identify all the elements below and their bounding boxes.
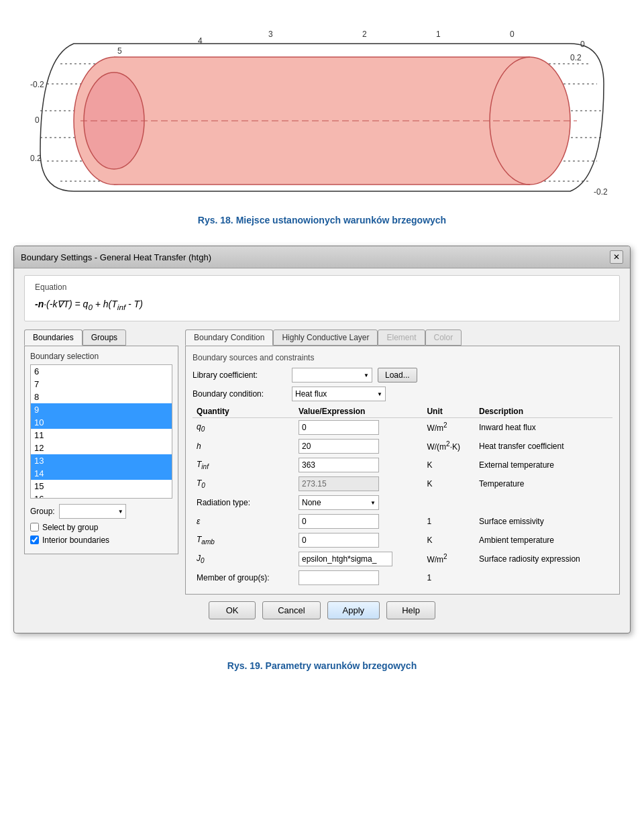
col-value: Value/Expression (294, 405, 423, 418)
group-row: Group: (30, 504, 172, 519)
dialog-close-button[interactable]: ✕ (610, 250, 623, 264)
param-desc-tinf: External temperature (475, 456, 612, 474)
dialog-footer: OK Cancel Apply Help (24, 595, 620, 623)
param-name-q0: q0 (193, 417, 294, 437)
interior-boundaries-row: Interior boundaries (30, 536, 172, 545)
param-desc-eps: Surface emissivity (475, 512, 612, 531)
param-value-q0 (294, 417, 423, 437)
param-name-tinf: Tinf (193, 456, 294, 474)
list-item[interactable]: 12 (31, 442, 172, 454)
select-by-group-label: Select by group (42, 523, 98, 532)
list-item[interactable]: 8 (31, 391, 172, 403)
library-coefficient-select[interactable] (292, 368, 372, 382)
param-value-tamb (294, 531, 423, 550)
list-item[interactable]: 6 (31, 365, 172, 378)
param-value-t0 (294, 474, 423, 493)
apply-button[interactable]: Apply (327, 601, 380, 619)
bottom-caption: Rys. 19. Parametry warunków brzegowych (227, 660, 417, 671)
svg-text:2: 2 (362, 30, 367, 39)
cancel-button[interactable]: Cancel (262, 601, 320, 619)
param-unit-eps: 1 (423, 512, 475, 531)
group-dropdown-wrapper (59, 504, 126, 519)
boundary-condition-select-wrapper: Heat flux (292, 387, 386, 401)
interior-boundaries-label: Interior boundaries (42, 536, 109, 545)
table-row: Radiation type: None (193, 493, 612, 512)
col-description: Description (475, 405, 612, 418)
member-groups-unit: 1 (423, 568, 475, 587)
library-coefficient-label: Library coefficient: (193, 370, 286, 380)
dialog-window: Boundary Settings - General Heat Transfe… (13, 246, 631, 633)
diagram-caption: Rys. 18. Miejsce ustanowionych warunków … (198, 215, 446, 225)
svg-text:5: 5 (117, 46, 122, 56)
param-input-tinf[interactable] (299, 458, 379, 472)
tab-boundary-condition[interactable]: Boundary Condition (185, 329, 273, 346)
param-input-tamb[interactable] (299, 533, 379, 548)
list-item[interactable]: 9 (31, 403, 172, 416)
param-desc-q0: Inward heat flux (475, 417, 612, 437)
boundary-condition-row: Boundary condition: Heat flux (193, 387, 612, 401)
param-desc-h: Heat transfer coefficient (475, 437, 612, 456)
library-coefficient-row: Library coefficient: Load... (193, 368, 612, 382)
param-input-t0 (299, 476, 379, 491)
table-row: Tinf K External temperature (193, 456, 612, 474)
tab-groups[interactable]: Groups (83, 329, 126, 346)
tab-highly-conductive[interactable]: Highly Conductive Layer (273, 329, 378, 346)
svg-text:-0.2: -0.2 (594, 187, 608, 197)
param-value-j0 (294, 550, 423, 568)
diagram-svg: 1 2 3 4 5 0 0.2 -0.2 -0.2 0 0.2 0 (20, 13, 624, 208)
param-value-eps (294, 512, 423, 531)
tab-boundaries[interactable]: Boundaries (24, 329, 83, 346)
equation-section: Equation -n·(-k∇T) = q0 + h(Tinf - T) (24, 275, 620, 321)
list-item[interactable]: 13 (31, 454, 172, 467)
right-tab-bar: Boundary Condition Highly Conductive Lay… (185, 329, 620, 346)
diagram-area: 1 2 3 4 5 0 0.2 -0.2 -0.2 0 0.2 0 (20, 13, 624, 208)
member-groups-input[interactable] (299, 570, 379, 585)
param-unit-q0: W/m2 (423, 417, 475, 437)
radiation-type-select[interactable]: None (299, 495, 379, 510)
col-unit: Unit (423, 405, 475, 418)
svg-text:0: 0 (35, 115, 40, 125)
boundary-condition-label: Boundary condition: (193, 389, 286, 399)
svg-text:4: 4 (198, 36, 203, 46)
param-input-eps[interactable] (299, 514, 379, 529)
svg-text:1: 1 (436, 30, 441, 39)
tab-element[interactable]: Element (378, 329, 425, 346)
param-desc-tamb: Ambient temperature (475, 531, 612, 550)
list-item[interactable]: 16 (31, 493, 172, 499)
table-row: q0 W/m2 Inward heat flux (193, 417, 612, 437)
svg-text:-0.2: -0.2 (30, 80, 44, 89)
boundary-selection-label: Boundary selection (30, 352, 172, 361)
library-coefficient-select-wrapper (292, 368, 372, 382)
equation-formula: -n·(-k∇T) = q0 + h(Tinf - T) (35, 296, 609, 314)
params-table: Quantity Value/Expression Unit Descripti… (193, 405, 612, 587)
ok-button[interactable]: OK (209, 601, 256, 619)
right-panel: Boundary Condition Highly Conductive Lay… (185, 329, 620, 595)
left-tab-bar: Boundaries Groups (24, 329, 178, 346)
list-item[interactable]: 7 (31, 378, 172, 391)
svg-text:0.2: 0.2 (570, 53, 582, 62)
list-item[interactable]: 15 (31, 480, 172, 493)
table-row: ε 1 Surface emissivity (193, 512, 612, 531)
tab-color[interactable]: Color (425, 329, 462, 346)
param-unit-j0: W/m2 (423, 550, 475, 568)
param-unit-tamb: K (423, 531, 475, 550)
load-button[interactable]: Load... (378, 368, 417, 382)
interior-boundaries-checkbox[interactable] (30, 536, 39, 544)
param-input-h[interactable] (299, 439, 379, 454)
boundary-list[interactable]: 6 7 8 9 10 11 12 13 14 15 16 (30, 364, 172, 499)
param-input-q0[interactable] (299, 420, 379, 435)
right-panel-content: Boundary sources and constraints Library… (185, 346, 620, 595)
dialog-body: Equation -n·(-k∇T) = q0 + h(Tinf - T) Bo… (14, 268, 630, 633)
svg-text:0.2: 0.2 (30, 154, 42, 163)
list-item[interactable]: 10 (31, 416, 172, 429)
param-name-t0: T0 (193, 474, 294, 493)
group-dropdown[interactable] (59, 504, 126, 519)
help-button[interactable]: Help (386, 601, 435, 619)
list-item[interactable]: 11 (31, 429, 172, 442)
list-item[interactable]: 14 (31, 467, 172, 480)
select-by-group-checkbox[interactable] (30, 523, 39, 531)
svg-text:0: 0 (580, 40, 585, 49)
boundary-condition-select[interactable]: Heat flux (292, 387, 386, 401)
param-input-j0[interactable] (299, 552, 392, 566)
param-name-eps: ε (193, 512, 294, 531)
